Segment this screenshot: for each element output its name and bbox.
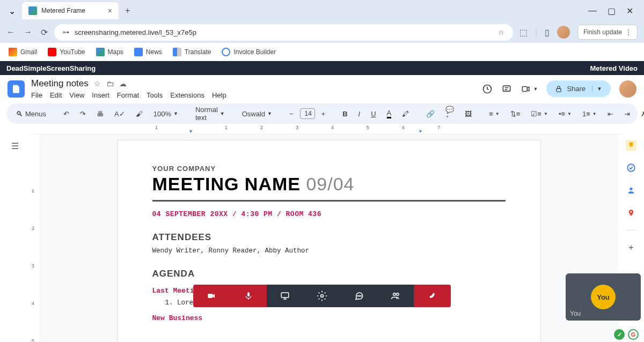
profile-avatar[interactable]: [557, 26, 570, 39]
spellcheck-icon[interactable]: A✓: [110, 107, 129, 121]
menu-edit[interactable]: Edit: [50, 91, 62, 99]
participants-toggle[interactable]: [377, 285, 414, 307]
docs-logo-icon[interactable]: [8, 80, 25, 98]
paint-format-icon[interactable]: 🖌: [131, 107, 147, 121]
menu-format[interactable]: Format: [117, 91, 139, 99]
svg-point-14: [393, 293, 396, 296]
move-folder-icon[interactable]: 🗀: [106, 79, 114, 88]
tabs-dropdown[interactable]: ⌄: [4, 4, 20, 18]
menu-file[interactable]: File: [31, 91, 42, 99]
comment-history-icon[interactable]: [501, 84, 512, 94]
style-selector[interactable]: Normal text ▼: [191, 103, 229, 124]
badge-grammarly[interactable]: G: [628, 329, 639, 340]
vertical-ruler[interactable]: 1 2 3 4 5: [30, 135, 39, 342]
bookmark-translate[interactable]: Translate: [173, 48, 211, 56]
document-page[interactable]: YOUR COMPANY MEETING NAME 09/04 04 SEPTE…: [117, 140, 541, 342]
bookmark-invoice-builder[interactable]: Invoice Builder: [222, 48, 276, 56]
menu-tools[interactable]: Tools: [147, 91, 163, 99]
account-avatar[interactable]: [619, 80, 636, 98]
right-indent-marker[interactable]: ▾: [419, 128, 422, 134]
contacts-icon[interactable]: [626, 185, 636, 196]
banner-left: DeadSimpleScreenSharing: [6, 64, 96, 72]
menu-view[interactable]: View: [69, 91, 84, 99]
mic-toggle[interactable]: [230, 285, 267, 307]
maximize-icon[interactable]: ▢: [608, 6, 616, 16]
menu-help[interactable]: Help: [212, 91, 226, 99]
bookmark-gmail[interactable]: Gmail: [9, 48, 37, 56]
minimize-icon[interactable]: —: [588, 6, 597, 16]
undo-icon[interactable]: ↶: [59, 107, 74, 121]
badge-green[interactable]: ✓: [614, 329, 625, 340]
history-icon[interactable]: [482, 84, 493, 94]
back-icon[interactable]: ←: [6, 27, 15, 38]
bookmark-youtube[interactable]: YouTube: [48, 48, 85, 56]
share-dropdown-icon[interactable]: ▼: [592, 86, 602, 92]
bookmark-maps[interactable]: Maps: [96, 48, 123, 56]
cloud-status-icon[interactable]: ☁: [119, 79, 127, 88]
indent-decrease-icon[interactable]: ⇤: [603, 107, 618, 121]
site-settings-icon[interactable]: ⊶: [63, 28, 69, 36]
tab-favicon: [28, 6, 37, 15]
clear-format-icon[interactable]: ✗: [636, 107, 644, 121]
italic-icon[interactable]: I: [354, 107, 365, 121]
fontsize-decrease[interactable]: −: [285, 107, 298, 121]
bold-icon[interactable]: B: [338, 107, 352, 121]
forward-icon[interactable]: →: [24, 27, 32, 38]
redo-icon[interactable]: ↷: [76, 107, 90, 121]
menu-insert[interactable]: Insert: [92, 91, 109, 99]
new-tab-button[interactable]: +: [121, 4, 134, 18]
bookmark-star-icon[interactable]: ☆: [498, 28, 504, 36]
finish-update-button[interactable]: Finish update ⋮: [577, 25, 638, 40]
meet-camera-icon[interactable]: ▼: [521, 84, 538, 94]
close-window-icon[interactable]: ✕: [626, 6, 633, 16]
zoom-selector[interactable]: 100% ▼: [149, 107, 182, 121]
align-icon[interactable]: ≡ ▼: [485, 107, 504, 121]
screenshare-toggle[interactable]: [267, 285, 304, 307]
close-tab-icon[interactable]: ×: [108, 6, 112, 15]
bookmark-news[interactable]: News: [134, 48, 162, 56]
settings-toggle[interactable]: [304, 285, 341, 307]
kebab-icon: ⋮: [625, 28, 632, 36]
chat-toggle[interactable]: [340, 285, 377, 307]
outline-toggle[interactable]: ☰: [0, 135, 30, 342]
meeting-control-bar: [193, 285, 451, 307]
menu-extensions[interactable]: Extensions: [170, 91, 204, 99]
insert-image-icon[interactable]: 🖼: [460, 107, 476, 121]
maps-side-icon[interactable]: [626, 207, 636, 218]
fontsize-input[interactable]: 14: [300, 108, 315, 119]
star-icon[interactable]: ☆: [94, 79, 101, 88]
bulleted-list-icon[interactable]: •≡ ▼: [554, 107, 576, 121]
get-addons-icon[interactable]: +: [626, 242, 636, 253]
highlight-icon[interactable]: 🖍: [398, 107, 413, 121]
leave-call[interactable]: [414, 285, 451, 307]
insert-link-icon[interactable]: 🔗: [422, 107, 439, 121]
fontsize-increase[interactable]: +: [317, 107, 330, 121]
tasks-icon[interactable]: [626, 162, 636, 173]
address-bar[interactable]: ⊶ screensharing.metered.live/l_53_x7e5p …: [54, 24, 513, 41]
share-button[interactable]: Share ▼: [546, 80, 611, 97]
camera-toggle[interactable]: [193, 285, 230, 307]
side-panel-icon[interactable]: ▯: [545, 27, 550, 38]
print-icon[interactable]: 🖶: [92, 107, 108, 121]
add-comment-icon[interactable]: 💬⁺: [441, 103, 458, 124]
document-title[interactable]: Meeting notes: [31, 78, 89, 89]
browser-tab[interactable]: Metered Frame ×: [22, 2, 119, 19]
horizontal-ruler[interactable]: 1 ▾ 1 2 3 4 5 6 ▾ 7: [30, 125, 623, 135]
indent-increase-icon[interactable]: ⇥: [620, 107, 634, 121]
banner-right: Metered Video: [590, 64, 638, 72]
svg-rect-3: [557, 88, 561, 92]
checklist-icon[interactable]: ☑≡ ▼: [526, 107, 552, 121]
left-indent-marker[interactable]: ▾: [189, 128, 192, 134]
numbered-list-icon[interactable]: 1≡ ▼: [578, 107, 601, 121]
text-color-icon[interactable]: A: [383, 106, 396, 121]
keep-icon[interactable]: [626, 140, 636, 151]
search-menus[interactable]: 🔍︎Menus: [12, 107, 50, 121]
meeting-meta: 04 SEPTEMBER 20XX / 4:30 PM / ROOM 436: [152, 210, 506, 218]
font-selector[interactable]: Oswald ▼: [238, 107, 276, 121]
attendees-heading: ATTENDEES: [152, 232, 506, 243]
line-spacing-icon[interactable]: ⇅≡: [506, 107, 525, 121]
self-video-pip[interactable]: You You: [566, 273, 641, 321]
underline-icon[interactable]: U: [367, 107, 380, 121]
reload-icon[interactable]: ⟳: [41, 27, 48, 38]
extensions-icon[interactable]: ⬚: [519, 27, 528, 38]
